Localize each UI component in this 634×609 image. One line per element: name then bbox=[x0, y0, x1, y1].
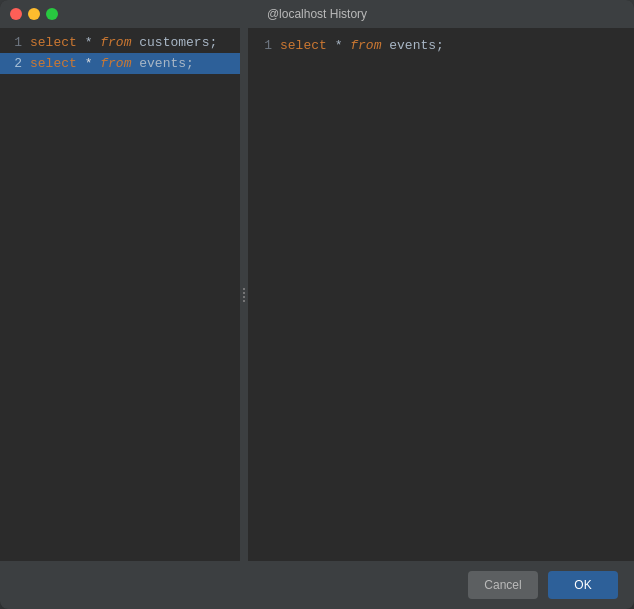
maximize-button[interactable] bbox=[46, 8, 58, 20]
line-number-2: 2 bbox=[6, 56, 22, 71]
minimize-button[interactable] bbox=[28, 8, 40, 20]
preview-panel: 1 select * from events; bbox=[248, 28, 634, 561]
titlebar: @localhost History bbox=[0, 0, 634, 28]
keyword-from-1: from bbox=[100, 35, 131, 50]
content-area: 1 select * from customers; 2 select * fr bbox=[0, 28, 634, 561]
keyword-select-1: select bbox=[30, 35, 77, 50]
history-item-2[interactable]: 2 select * from events; bbox=[0, 53, 240, 74]
sql-text-2: select * from events; bbox=[30, 56, 194, 71]
keyword-select-2: select bbox=[30, 56, 77, 71]
footer: Cancel OK bbox=[0, 561, 634, 609]
preview-line-1: 1 select * from events; bbox=[256, 36, 626, 55]
preview-content: 1 select * from events; bbox=[248, 32, 634, 59]
panel-divider[interactable] bbox=[240, 28, 248, 561]
keyword-from-2: from bbox=[100, 56, 131, 71]
history-item-1[interactable]: 1 select * from customers; bbox=[0, 32, 240, 53]
ok-button[interactable]: OK bbox=[548, 571, 618, 599]
history-list-panel: 1 select * from customers; 2 select * fr bbox=[0, 28, 240, 561]
preview-sql: select * from events; bbox=[280, 38, 444, 53]
cancel-button[interactable]: Cancel bbox=[468, 571, 538, 599]
history-window: @localhost History 1 select * from custo… bbox=[0, 0, 634, 609]
preview-line-number: 1 bbox=[256, 38, 272, 53]
sql-text-1: select * from customers; bbox=[30, 35, 217, 50]
window-title: @localhost History bbox=[267, 7, 367, 21]
preview-keyword-from: from bbox=[350, 38, 381, 53]
close-button[interactable] bbox=[10, 8, 22, 20]
divider-handle bbox=[243, 288, 245, 302]
preview-keyword-select: select bbox=[280, 38, 327, 53]
traffic-lights bbox=[10, 8, 58, 20]
line-number-1: 1 bbox=[6, 35, 22, 50]
history-list: 1 select * from customers; 2 select * fr bbox=[0, 32, 240, 74]
